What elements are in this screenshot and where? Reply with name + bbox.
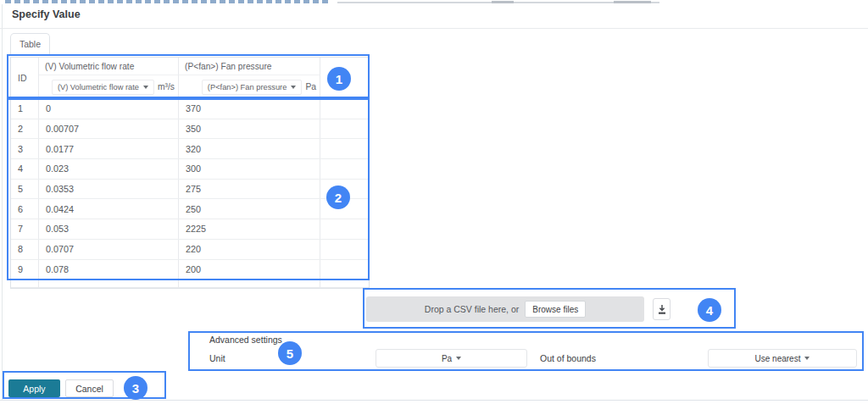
column-header-flow: (V) Volumetric flow rate (39, 58, 179, 75)
cell-id: 4 (11, 159, 39, 179)
cell-flow[interactable]: 0.023 (39, 159, 179, 179)
cell-pressure[interactable]: 220 (179, 240, 320, 259)
chevron-down-icon (804, 357, 810, 360)
pressure-variable-select-value: (P<fan>) Fan pressure (208, 83, 287, 91)
cell-flow[interactable]: 0.0177 (39, 139, 179, 158)
cell-pressure[interactable]: 320 (179, 139, 320, 158)
table-row: 4 0.023 300 (11, 159, 369, 180)
chevron-down-icon (143, 86, 148, 89)
column-header-spacer (320, 58, 369, 98)
pressure-unit-label: Pa (305, 82, 316, 91)
cell-id: 1 (11, 99, 39, 119)
cell-flow[interactable]: 0.0707 (39, 240, 179, 259)
cell-id: 8 (11, 240, 39, 259)
cell-pressure[interactable]: 200 (179, 260, 320, 279)
cell-id: 9 (11, 260, 39, 279)
flow-variable-cell: (V) Volumetric flow rate m³/s (39, 75, 179, 98)
cell-flow[interactable]: 0.0424 (39, 199, 179, 219)
table-row: 6 0.0424 250 (11, 199, 369, 219)
table-row: 1 0 370 (11, 99, 369, 119)
cell-id (11, 279, 39, 287)
advanced-settings-title: Advanced settings (209, 335, 282, 345)
download-icon (657, 304, 667, 315)
specify-value-panel: Specify Value Table ID (V) Volumetric fl… (0, 0, 868, 404)
cell-pressure[interactable]: 300 (179, 159, 320, 179)
callout-5: 5 (278, 341, 302, 365)
cancel-button[interactable]: Cancel (65, 379, 114, 397)
cell-pressure[interactable]: 2225 (179, 219, 320, 239)
flow-variable-select-value: (V) Volumetric flow rate (58, 83, 139, 91)
table-row: 8 0.0707 220 (11, 240, 369, 260)
table-row: 7 0.053 2225 (11, 219, 369, 240)
cell-flow[interactable]: 0.053 (39, 219, 179, 239)
chevron-down-icon (456, 357, 461, 360)
cell-flow[interactable]: 0 (39, 99, 179, 119)
browse-files-button[interactable]: Browse files (525, 301, 586, 318)
cell-flow[interactable]: 0.0353 (39, 180, 179, 199)
page-title: Specify Value (12, 8, 81, 20)
table-row: 9 0.078 200 (11, 260, 369, 280)
pressure-variable-select[interactable]: (P<fan>) Fan pressure (202, 80, 303, 95)
chevron-down-icon (291, 86, 296, 89)
column-header-pressure: (P<fan>) Fan pressure (179, 58, 320, 75)
table-row-clipped (11, 279, 369, 288)
panel-bottom-border (0, 400, 868, 401)
cell-id: 2 (11, 119, 39, 139)
flow-variable-select[interactable]: (V) Volumetric flow rate (52, 80, 154, 95)
cell-id: 3 (11, 139, 39, 158)
table-header: ID (V) Volumetric flow rate (P<fan>) Fan… (11, 58, 369, 98)
cell-id: 5 (11, 180, 39, 199)
table-row: 5 0.0353 275 (11, 180, 369, 200)
pressure-variable-cell: (P<fan>) Fan pressure Pa (179, 75, 320, 98)
out-of-bounds-select-value: Use nearest (755, 354, 801, 363)
title-divider (0, 28, 868, 29)
cell-flow[interactable]: 0.00707 (39, 119, 179, 139)
toolbar-remnant (5, 0, 331, 3)
flow-unit-label: m³/s (158, 82, 175, 91)
column-header-id: ID (11, 58, 39, 98)
cell-id: 7 (11, 219, 39, 239)
unit-select-value: Pa (442, 354, 452, 363)
panel-left-border (2, 4, 3, 400)
csv-dropzone[interactable]: Drop a CSV file here, or Browse files (366, 296, 644, 322)
callout-4: 4 (698, 298, 721, 322)
clipped-toolbar (0, 0, 868, 4)
tab-table-label: Table (19, 39, 41, 49)
table-row: 2 0.00707 350 (11, 119, 369, 140)
table-row: 3 0.0177 320 (11, 139, 369, 159)
cell-pressure[interactable]: 370 (179, 99, 320, 119)
out-of-bounds-label: Out of bounds (540, 353, 596, 363)
unit-label: Unit (209, 353, 225, 363)
download-csv-button[interactable] (653, 298, 670, 320)
cell-flow[interactable] (39, 279, 179, 287)
cell-pressure[interactable]: 275 (179, 180, 320, 199)
cell-id: 6 (11, 199, 39, 219)
csv-drop-text: Drop a CSV file here, or (425, 304, 519, 314)
value-table: ID (V) Volumetric flow rate (P<fan>) Fan… (10, 57, 370, 289)
unit-select[interactable]: Pa (376, 349, 527, 368)
out-of-bounds-select[interactable]: Use nearest (708, 349, 857, 368)
cell-pressure[interactable]: 250 (179, 199, 320, 219)
tab-table[interactable]: Table (10, 33, 50, 54)
cell-flow[interactable]: 0.078 (39, 260, 179, 279)
callout-3: 3 (124, 376, 147, 400)
table-body: 1 0 370 2 0.00707 350 3 0.0177 320 4 0.0… (11, 98, 369, 288)
apply-button[interactable]: Apply (8, 379, 60, 397)
cell-pressure[interactable]: 350 (179, 119, 320, 139)
cell-pressure[interactable] (179, 279, 320, 287)
